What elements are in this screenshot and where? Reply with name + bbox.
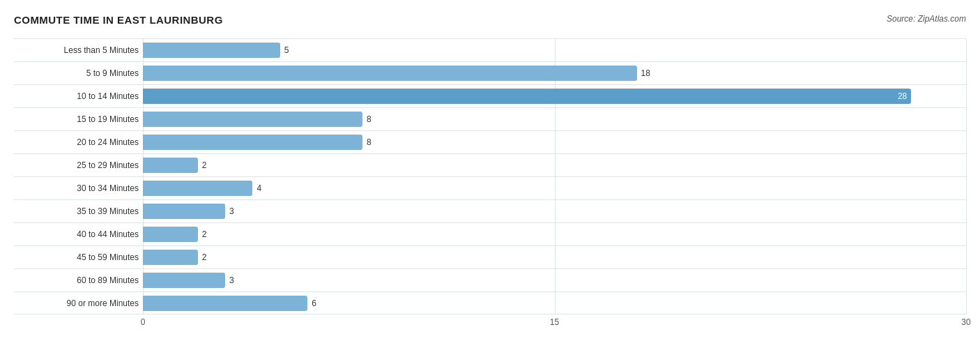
bar-container: 3 bbox=[143, 204, 966, 219]
grid-line bbox=[966, 38, 967, 314]
bar-row: 15 to 19 Minutes8 bbox=[14, 107, 966, 130]
x-tick-label: 30 bbox=[961, 317, 970, 327]
bar-label: 60 to 89 Minutes bbox=[14, 275, 143, 285]
bar-label: 15 to 19 Minutes bbox=[14, 114, 143, 124]
bar-value-label: 3 bbox=[229, 275, 234, 285]
bar-value-label: 6 bbox=[312, 298, 316, 308]
x-tick-label: 15 bbox=[550, 317, 559, 327]
bar-label: 90 or more Minutes bbox=[14, 298, 143, 308]
bar-value-label: 8 bbox=[367, 137, 372, 147]
bar-row: Less than 5 Minutes5 bbox=[14, 38, 966, 61]
bar-row: 5 to 9 Minutes18 bbox=[14, 61, 966, 84]
bar-container: 5 bbox=[143, 43, 966, 58]
bar-label: 5 to 9 Minutes bbox=[14, 68, 143, 78]
bar-container: 18 bbox=[143, 66, 966, 81]
bar-container: 2 bbox=[143, 250, 966, 265]
x-axis-inner: 01530 bbox=[143, 317, 966, 331]
bar bbox=[143, 66, 637, 81]
bar-row: 40 to 44 Minutes2 bbox=[14, 222, 966, 245]
bar bbox=[143, 135, 362, 150]
chart-area: Less than 5 Minutes55 to 9 Minutes1810 t… bbox=[14, 38, 966, 331]
bar-row: 60 to 89 Minutes3 bbox=[14, 268, 966, 291]
bar-label: 35 to 39 Minutes bbox=[14, 206, 143, 216]
bar-value-label: 18 bbox=[641, 68, 650, 78]
bar bbox=[143, 296, 307, 311]
bars-wrapper: Less than 5 Minutes55 to 9 Minutes1810 t… bbox=[14, 38, 966, 314]
bar-container: 8 bbox=[143, 112, 966, 127]
bar-label: 30 to 34 Minutes bbox=[14, 183, 143, 193]
bar-row: 10 to 14 Minutes28 bbox=[14, 84, 966, 107]
bar-label: 20 to 24 Minutes bbox=[14, 137, 143, 147]
page-container: COMMUTE TIME IN EAST LAURINBURG Source: … bbox=[14, 14, 966, 331]
bar bbox=[143, 273, 225, 288]
bar-value-label: 28 bbox=[898, 91, 907, 101]
bar-container: 8 bbox=[143, 135, 966, 150]
bar-value-label: 4 bbox=[257, 183, 261, 193]
bar bbox=[143, 43, 280, 58]
bar-value-label: 8 bbox=[367, 114, 372, 124]
x-tick-label: 0 bbox=[141, 317, 146, 327]
bar-container: 6 bbox=[143, 296, 966, 311]
bar-row: 25 to 29 Minutes2 bbox=[14, 153, 966, 176]
bar-row: 45 to 59 Minutes2 bbox=[14, 245, 966, 268]
bar-label: 45 to 59 Minutes bbox=[14, 252, 143, 262]
bar: 28 bbox=[143, 89, 911, 104]
bar-container: 2 bbox=[143, 227, 966, 242]
bar bbox=[143, 250, 198, 265]
bar-row: 35 to 39 Minutes3 bbox=[14, 199, 966, 222]
bar-label: Less than 5 Minutes bbox=[14, 45, 143, 55]
bar-label: 40 to 44 Minutes bbox=[14, 229, 143, 239]
bar-label: 25 to 29 Minutes bbox=[14, 160, 143, 170]
bar-row: 20 to 24 Minutes8 bbox=[14, 130, 966, 153]
source-text: Source: ZipAtlas.com bbox=[887, 14, 966, 24]
bar-container: 28 bbox=[143, 89, 966, 104]
bar bbox=[143, 227, 198, 242]
bar-container: 4 bbox=[143, 181, 966, 196]
x-axis: 01530 bbox=[14, 317, 966, 331]
bar bbox=[143, 158, 198, 173]
bar-label: 10 to 14 Minutes bbox=[14, 91, 143, 101]
bar bbox=[143, 204, 225, 219]
bar-value-label: 2 bbox=[202, 229, 207, 239]
bar bbox=[143, 112, 362, 127]
bar-value-label: 5 bbox=[284, 45, 289, 55]
bar-row: 30 to 34 Minutes4 bbox=[14, 176, 966, 199]
bar-container: 3 bbox=[143, 273, 966, 288]
header-row: COMMUTE TIME IN EAST LAURINBURG Source: … bbox=[14, 14, 966, 26]
bar-value-label: 3 bbox=[229, 206, 234, 216]
bar bbox=[143, 181, 252, 196]
bar-value-label: 2 bbox=[202, 160, 207, 170]
bar-row: 90 or more Minutes6 bbox=[14, 291, 966, 314]
bar-container: 2 bbox=[143, 158, 966, 173]
bar-value-label: 2 bbox=[202, 252, 207, 262]
chart-title: COMMUTE TIME IN EAST LAURINBURG bbox=[14, 14, 223, 26]
